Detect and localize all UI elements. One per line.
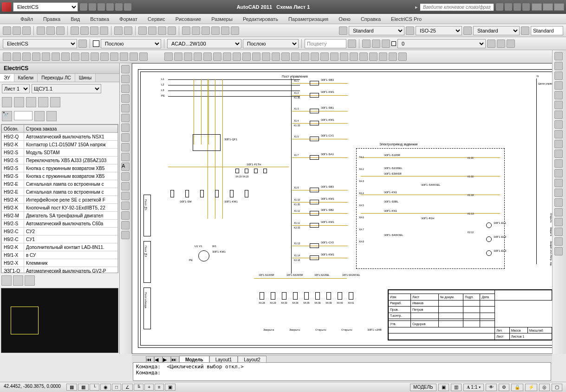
nav-prev-icon[interactable] bbox=[34, 111, 45, 121]
panel-select[interactable]: ЩСУ1.1 bbox=[32, 84, 101, 93]
el-icon-30[interactable] bbox=[301, 52, 309, 61]
mtext-icon[interactable] bbox=[121, 172, 130, 181]
clean-screen[interactable]: ▢ bbox=[552, 384, 562, 391]
table-row[interactable]: H9/1-Xв СУ bbox=[2, 251, 118, 259]
mirror-icon[interactable] bbox=[554, 72, 563, 80]
table-style-select[interactable]: Standard bbox=[473, 26, 520, 35]
menu-electrics[interactable]: ElectriCS Pro bbox=[389, 15, 423, 23]
menu-edit[interactable]: Правка bbox=[41, 15, 62, 23]
circle-icon[interactable] bbox=[121, 85, 130, 93]
toolpalette-icon[interactable] bbox=[202, 26, 210, 35]
table-row[interactable]: H9/2-KКнопочный пост КУ-92-1ExdIIBT5, 22 bbox=[2, 204, 118, 212]
find-icon[interactable] bbox=[14, 97, 24, 107]
erase-icon[interactable] bbox=[554, 52, 563, 60]
el-icon-28[interactable] bbox=[281, 52, 290, 61]
el-icon-12[interactable] bbox=[110, 52, 118, 61]
el-icon-33[interactable] bbox=[330, 52, 338, 61]
menu-file[interactable]: Файл bbox=[19, 15, 35, 23]
fillet-icon[interactable] bbox=[554, 189, 563, 197]
save-icon[interactable] bbox=[22, 26, 31, 35]
pan-icon[interactable] bbox=[138, 26, 147, 35]
plot-icon[interactable] bbox=[37, 26, 45, 35]
match-icon[interactable] bbox=[100, 26, 108, 35]
zoom-icon[interactable] bbox=[148, 26, 156, 35]
el-icon-25[interactable] bbox=[252, 52, 260, 61]
align-icon[interactable] bbox=[554, 208, 563, 216]
el-icon-11[interactable] bbox=[100, 52, 109, 61]
ml-style-input[interactable] bbox=[531, 26, 563, 35]
paste-icon[interactable] bbox=[90, 26, 98, 35]
properties-icon[interactable] bbox=[182, 26, 190, 35]
help-icon[interactable] bbox=[522, 3, 530, 11]
exchange-icon[interactable] bbox=[505, 3, 512, 11]
hardware-accel[interactable]: ⚡ bbox=[525, 384, 537, 391]
edit-spline-icon[interactable] bbox=[554, 237, 563, 246]
explode-icon[interactable] bbox=[554, 198, 563, 207]
nav-next-icon[interactable] bbox=[46, 111, 57, 121]
edit-hatch-icon[interactable] bbox=[554, 247, 563, 255]
polar-toggle[interactable]: ◉ bbox=[100, 384, 111, 391]
components-table[interactable]: Обозн. Строка заказа H9/2-QАвтоматически… bbox=[1, 124, 118, 273]
command-window[interactable]: Команда: <Циклический выбор откл.> Коман… bbox=[133, 362, 551, 381]
layer-lock-icon[interactable] bbox=[382, 39, 390, 48]
tab-cables[interactable]: Кабели bbox=[14, 74, 38, 82]
tab-eu[interactable]: ЭУ bbox=[0, 74, 14, 82]
table-row[interactable]: H9/2-EСигнальная лампа со встроенным с bbox=[2, 188, 118, 196]
menu-dimension[interactable]: Размеры bbox=[209, 15, 234, 23]
menu-tools[interactable]: Сервис bbox=[146, 15, 167, 23]
menu-parametric[interactable]: Параметризация bbox=[286, 15, 330, 23]
el-icon-21[interactable] bbox=[213, 52, 221, 61]
region-icon[interactable] bbox=[121, 202, 130, 210]
tab-buses[interactable]: Шины bbox=[75, 74, 96, 82]
new-icon[interactable] bbox=[3, 26, 11, 35]
pline-icon[interactable] bbox=[121, 75, 130, 83]
el-icon-18[interactable] bbox=[184, 52, 192, 61]
el-icon-27[interactable] bbox=[272, 52, 280, 61]
search-icon[interactable] bbox=[496, 3, 503, 11]
table-row[interactable]: H9/2-KИнтерфейсное реле SE с розеткой F bbox=[2, 196, 118, 204]
el-icon-29[interactable] bbox=[291, 52, 299, 61]
print-icon[interactable] bbox=[124, 3, 131, 11]
layer-state-select[interactable]: 0 bbox=[397, 39, 486, 48]
edit-pline-icon[interactable] bbox=[554, 228, 563, 236]
spline-icon[interactable] bbox=[121, 133, 130, 142]
save-icon[interactable] bbox=[98, 3, 105, 11]
tab-transitions[interactable]: Переходы ЛС bbox=[38, 74, 75, 82]
menu-help[interactable]: Справка bbox=[359, 15, 383, 23]
point-icon[interactable] bbox=[121, 153, 130, 161]
mlstyle-icon[interactable] bbox=[521, 26, 529, 35]
undo-icon[interactable] bbox=[114, 26, 123, 35]
redo-icon[interactable] bbox=[124, 26, 132, 35]
el-icon-34[interactable] bbox=[340, 52, 348, 61]
sheet-select[interactable]: Лист 1 bbox=[2, 84, 30, 93]
ducs-toggle[interactable]: ╚ bbox=[134, 384, 143, 391]
table-row[interactable]: ЭЗГ1-QАвтоматический выключатель GV2-P bbox=[2, 267, 118, 274]
workspace-selector[interactable]: ElectriCS bbox=[13, 2, 78, 12]
open-icon[interactable] bbox=[13, 26, 21, 35]
trim-icon[interactable] bbox=[554, 140, 563, 148]
block-icon[interactable] bbox=[121, 182, 130, 190]
block-select[interactable]: ElectriCS bbox=[3, 39, 77, 48]
el-icon-31[interactable] bbox=[311, 52, 319, 61]
el-icon-2[interactable] bbox=[13, 52, 21, 61]
scale-icon[interactable] bbox=[554, 120, 563, 129]
color-swatch[interactable] bbox=[93, 40, 99, 47]
close-button[interactable] bbox=[554, 3, 564, 11]
table-row[interactable]: H9/2-SАвтоматический выключатель C60a bbox=[2, 220, 118, 228]
table-row[interactable]: H9/2-SКнопка с пружинным возвратом XB5 bbox=[2, 164, 118, 172]
isolate-objects[interactable]: ◎ bbox=[539, 384, 550, 391]
el-icon-14[interactable] bbox=[130, 52, 138, 61]
el-icon-16[interactable] bbox=[164, 52, 173, 61]
menu-window[interactable]: Окно bbox=[337, 15, 352, 23]
menu-modify[interactable]: Редактировать bbox=[241, 15, 280, 23]
help-search-input[interactable] bbox=[420, 3, 494, 11]
undo-icon[interactable] bbox=[106, 3, 114, 11]
el-icon-35[interactable] bbox=[350, 52, 358, 61]
add-icon[interactable] bbox=[26, 97, 36, 107]
el-icon-40[interactable] bbox=[398, 52, 407, 61]
otrack-toggle[interactable]: ∠ bbox=[122, 384, 133, 391]
el-icon-7[interactable] bbox=[61, 52, 70, 61]
zoom-window-icon[interactable] bbox=[158, 26, 166, 35]
el-icon-39[interactable] bbox=[389, 52, 397, 61]
menu-insert[interactable]: Вставка bbox=[88, 15, 111, 23]
